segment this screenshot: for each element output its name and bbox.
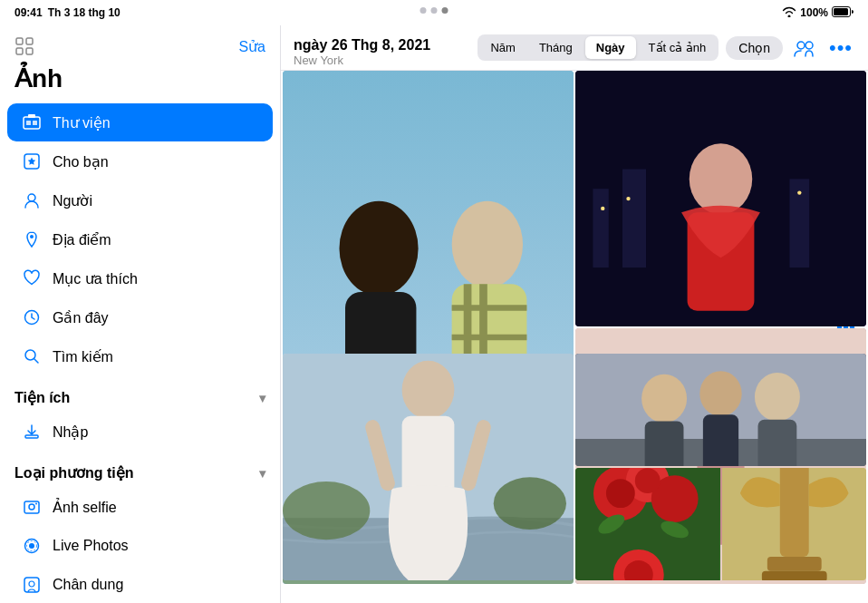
sidebar-item-places[interactable]: Địa điểm	[7, 220, 273, 258]
sidebar-item-search[interactable]: Tìm kiếm	[7, 337, 273, 375]
svg-rect-40	[622, 170, 646, 268]
svg-point-12	[30, 235, 34, 238]
select-button[interactable]: Chọn	[726, 36, 783, 60]
svg-point-54	[494, 477, 566, 530]
sidebar-item-library[interactable]: Thư viện	[7, 103, 273, 141]
sidebar-item-favorites[interactable]: Mục ưa thích	[7, 259, 273, 297]
photo-small-2b[interactable]	[575, 468, 720, 580]
svg-rect-6	[24, 117, 40, 129]
tab-day[interactable]: Ngày	[585, 36, 636, 59]
tab-and-actions: Năm Tháng Ngày Tất cả ảnh Chọn	[477, 34, 855, 63]
tab-year[interactable]: Năm	[479, 36, 526, 59]
more-options-btn[interactable]: •••	[826, 34, 855, 63]
svg-point-11	[28, 194, 35, 201]
view-tabs: Năm Tháng Ngày Tất cả ảnh	[477, 34, 719, 61]
selfie-icon	[22, 497, 42, 517]
svg-rect-67	[758, 420, 797, 466]
media-types-chevron: ▾	[259, 466, 265, 481]
photo-small-1a[interactable]	[575, 71, 866, 326]
people-icon-btn[interactable]	[790, 34, 819, 63]
nav-list: Thư viện Cho bạn	[0, 102, 280, 376]
svg-point-18	[35, 503, 37, 505]
edit-button[interactable]: Sửa	[238, 38, 265, 55]
svg-point-53	[283, 481, 370, 540]
svg-rect-8	[26, 121, 31, 125]
svg-point-42	[601, 207, 604, 210]
utilities-section-header[interactable]: Tiện ích ▾	[0, 376, 280, 412]
tab-all[interactable]: Tất cả ảnh	[638, 36, 718, 59]
live-photos-icon	[22, 536, 42, 556]
sidebar-item-import-label: Nhập	[53, 423, 88, 441]
svg-rect-15	[25, 435, 38, 438]
svg-point-45	[690, 143, 752, 214]
sidebar-item-people-label: Người	[53, 192, 92, 209]
top-nav: ngày 26 Thg 8, 2021 New York Năm Tháng N…	[281, 25, 868, 71]
media-types-section-header[interactable]: Loại phương tiện ▾	[0, 452, 280, 487]
photo-main-2[interactable]	[283, 354, 574, 580]
battery-icon	[832, 6, 854, 20]
svg-point-20	[29, 543, 34, 549]
sidebar-item-selfie-label: Ảnh selfie	[53, 499, 117, 516]
battery-percentage: 100%	[800, 6, 828, 19]
header-location: New York	[294, 53, 430, 67]
top-nav-right: Chọn •••	[726, 34, 855, 63]
sidebar-item-portrait[interactable]: Chân dung	[7, 566, 273, 603]
svg-point-73	[635, 468, 661, 493]
sidebar: Sửa Ảnh Thư viện	[0, 25, 281, 603]
import-icon	[22, 422, 42, 442]
svg-point-43	[626, 197, 630, 200]
svg-point-27	[805, 42, 813, 49]
utilities-content: Nhập	[0, 412, 280, 452]
svg-point-30	[339, 201, 418, 297]
media-types-content: Ảnh selfie Live Photos	[0, 487, 280, 603]
svg-rect-9	[33, 121, 37, 125]
svg-point-23	[29, 581, 34, 587]
sidebar-item-import[interactable]: Nhập	[7, 413, 273, 451]
svg-rect-2	[16, 38, 23, 44]
person-icon	[22, 190, 42, 210]
utilities-label: Tiện ích	[14, 389, 70, 406]
library-icon	[22, 112, 42, 132]
sidebar-item-library-label: Thư viện	[53, 114, 111, 131]
sidebar-item-live-photos[interactable]: Live Photos	[7, 527, 273, 565]
date-info-block: ngày 26 Thg 8, 2021 New York	[294, 37, 430, 67]
svg-point-44	[797, 190, 801, 194]
svg-rect-82	[761, 571, 826, 580]
sidebar-item-favorites-label: Mục ưa thích	[53, 270, 138, 287]
sidebar-item-recent[interactable]: Gần đây	[7, 298, 273, 336]
svg-point-14	[25, 350, 35, 360]
sidebar-item-portrait-label: Chân dung	[53, 577, 123, 593]
svg-rect-81	[767, 557, 821, 571]
tab-month[interactable]: Tháng	[528, 36, 583, 59]
svg-rect-79	[779, 468, 808, 557]
svg-point-32	[452, 201, 523, 288]
header-date: ngày 26 Thg 8, 2021	[294, 37, 430, 53]
star-icon	[22, 151, 42, 171]
photos-scroll[interactable]: ngày 27 Thg 8, 2021 New Rochelle •••	[281, 71, 868, 603]
wifi-icon	[782, 6, 796, 20]
svg-point-72	[606, 479, 635, 508]
sidebar-item-search-label: Tìm kiếm	[53, 348, 113, 365]
photo-small-2c[interactable]	[722, 468, 867, 580]
svg-rect-63	[645, 421, 684, 466]
location-icon	[22, 229, 42, 249]
search-icon	[22, 346, 42, 366]
svg-point-55	[402, 361, 455, 419]
photo-group-1	[281, 71, 868, 306]
svg-rect-65	[703, 414, 738, 466]
svg-point-64	[699, 371, 741, 416]
svg-rect-39	[593, 189, 608, 267]
sidebar-item-live-photos-label: Live Photos	[53, 538, 129, 554]
sidebar-item-recent-label: Gần đây	[53, 309, 109, 326]
sidebar-item-foryou[interactable]: Cho bạn	[7, 142, 273, 180]
svg-rect-3	[26, 38, 33, 44]
group1-grid	[281, 71, 868, 306]
sidebar-item-people[interactable]: Người	[7, 181, 273, 219]
photo-small-2a[interactable]	[575, 354, 866, 466]
sidebar-item-foryou-label: Cho bạn	[53, 153, 109, 170]
clock-icon	[22, 307, 42, 327]
svg-point-62	[641, 374, 687, 423]
sidebar-item-selfie[interactable]: Ảnh selfie	[7, 488, 273, 526]
svg-rect-1	[834, 8, 848, 15]
grid-icon[interactable]	[14, 36, 34, 56]
